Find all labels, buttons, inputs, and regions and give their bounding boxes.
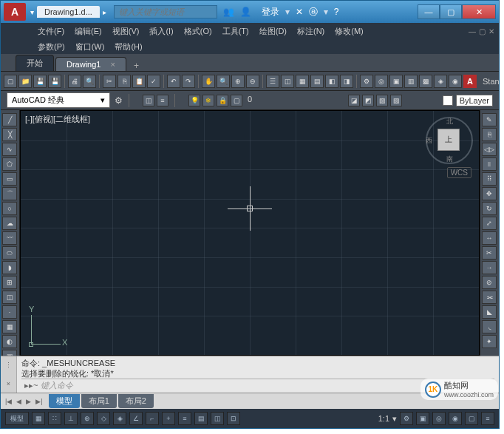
dyn-toggle-icon[interactable]: + xyxy=(162,412,175,425)
snap-toggle-icon[interactable]: ∷ xyxy=(48,412,61,425)
help-icon[interactable]: ? xyxy=(334,7,339,17)
ssm-icon[interactable]: ▤ xyxy=(310,75,324,88)
tab-layout1[interactable]: 布局1 xyxy=(81,394,117,408)
erase-icon[interactable]: ✎ xyxy=(482,113,497,126)
viewcube[interactable]: 北 南 西 上 xyxy=(426,117,473,164)
doc-close-icon[interactable]: ✕ xyxy=(488,27,494,35)
preview-icon[interactable]: 🔍 xyxy=(83,75,96,88)
scale-dropdown-icon[interactable]: ▾ xyxy=(392,414,397,424)
spline-icon[interactable]: 〰 xyxy=(2,231,17,245)
fillet-icon[interactable]: ◟ xyxy=(482,320,497,333)
point-icon[interactable]: · xyxy=(2,305,17,319)
tb-extra7-icon[interactable]: ◉ xyxy=(449,75,462,88)
hw-accel-icon[interactable]: ◎ xyxy=(432,412,446,425)
zoom2-icon[interactable]: ⊕ xyxy=(231,75,245,88)
block-icon[interactable]: ◫ xyxy=(2,291,17,304)
match-icon[interactable]: ✓ xyxy=(147,75,160,88)
menu-view[interactable]: 视图(V) xyxy=(112,26,140,37)
menu-format[interactable]: 格式(O) xyxy=(184,26,212,37)
move-icon[interactable]: ✥ xyxy=(482,187,497,200)
grid-toggle-icon[interactable]: ▦ xyxy=(32,412,45,425)
layer-icon[interactable]: ◫ xyxy=(143,95,154,106)
break-icon[interactable]: ⊘ xyxy=(482,276,497,289)
tab-add-button[interactable]: + xyxy=(128,61,145,71)
ellipse-icon[interactable]: ⬭ xyxy=(2,246,17,260)
tab-start[interactable]: 开始 xyxy=(16,55,54,71)
login-dropdown-icon[interactable]: ▾ xyxy=(285,7,290,17)
otrack-toggle-icon[interactable]: ∠ xyxy=(129,412,143,425)
ellipsearc-icon[interactable]: ◗ xyxy=(2,261,17,274)
help-dropdown-icon[interactable]: ▾ xyxy=(324,7,328,17)
customize-icon[interactable]: ≡ xyxy=(481,412,494,425)
revcloud-icon[interactable]: ☁ xyxy=(2,217,17,230)
saveas-icon[interactable]: 💾 xyxy=(48,75,61,88)
qat-dropdown-icon[interactable]: ▾ xyxy=(30,8,34,16)
rotate-icon[interactable]: ↻ xyxy=(482,202,497,215)
print-icon[interactable]: 🖨 xyxy=(68,75,81,88)
undo-icon[interactable]: ↶ xyxy=(167,75,180,88)
polygon-icon[interactable]: ⬠ xyxy=(2,157,17,171)
redo-icon[interactable]: ↷ xyxy=(182,75,195,88)
menu-edit[interactable]: 编辑(E) xyxy=(75,26,102,37)
tb-extra5-icon[interactable]: ▩ xyxy=(419,75,432,88)
dc-icon[interactable]: ◫ xyxy=(281,75,294,88)
minimize-button[interactable]: — xyxy=(418,4,440,19)
text-style-swatch[interactable]: A xyxy=(463,75,477,88)
menu-parametric[interactable]: 参数(P) xyxy=(38,41,65,52)
bylayer-dropdown[interactable]: ByLayer xyxy=(456,95,493,106)
tb-extra1-icon[interactable]: ⚙ xyxy=(360,75,373,88)
chamfer-icon[interactable]: ◣ xyxy=(482,305,497,319)
menu-dimension[interactable]: 标注(N) xyxy=(297,26,324,37)
login-link[interactable]: 登录 xyxy=(262,6,279,18)
tb-extra6-icon[interactable]: ◈ xyxy=(434,75,447,88)
region-icon[interactable]: ▣ xyxy=(2,350,17,356)
qp-toggle-icon[interactable]: ◫ xyxy=(211,412,224,425)
layer-tool2-icon[interactable]: ◩ xyxy=(362,95,374,106)
extend-icon[interactable]: → xyxy=(482,261,497,274)
color-swatch[interactable] xyxy=(443,95,453,106)
xline-icon[interactable]: ╳ xyxy=(2,128,17,141)
menu-modify[interactable]: 修改(M) xyxy=(335,26,364,37)
anno-scale[interactable]: 1:1 xyxy=(378,414,389,423)
props-icon[interactable]: ☰ xyxy=(266,75,279,88)
explode-icon[interactable]: ✦ xyxy=(482,335,497,348)
zoom-icon[interactable]: 🔍 xyxy=(217,75,230,88)
layer-state2-icon[interactable]: ❄ xyxy=(202,95,214,106)
layout-prev-icon[interactable]: ◀ xyxy=(15,398,23,405)
scale-icon[interactable]: ⤢ xyxy=(482,217,497,230)
offset-icon[interactable]: ⫴ xyxy=(482,157,497,171)
line-icon[interactable]: ╱ xyxy=(2,113,17,126)
tb-extra4-icon[interactable]: ▥ xyxy=(404,75,418,88)
zoom3-icon[interactable]: ⊖ xyxy=(246,75,259,88)
layer-tool1-icon[interactable]: ◪ xyxy=(348,95,360,106)
ducs-toggle-icon[interactable]: ⌐ xyxy=(146,412,159,425)
layer-zero-label[interactable]: 0 xyxy=(245,95,255,106)
menu-help[interactable]: 帮助(H) xyxy=(115,41,142,52)
save-icon[interactable]: 💾 xyxy=(33,75,47,88)
hatch-icon[interactable]: ▦ xyxy=(2,320,17,333)
viewport-label[interactable]: [-][俯视][二维线框] xyxy=(25,114,90,125)
cut-icon[interactable]: ✂ xyxy=(103,75,116,88)
tpy-toggle-icon[interactable]: ▤ xyxy=(194,412,208,425)
array-icon[interactable]: ⠿ xyxy=(482,172,497,186)
ws-switch-icon[interactable]: ▣ xyxy=(416,412,429,425)
gradient-icon[interactable]: ◐ xyxy=(2,335,17,348)
insert-icon[interactable]: ⊞ xyxy=(2,276,17,289)
doc-restore-icon[interactable]: ▢ xyxy=(479,27,486,35)
ortho-toggle-icon[interactable]: ⊥ xyxy=(64,412,78,425)
search-input[interactable] xyxy=(114,5,217,18)
layout-last-icon[interactable]: ▶| xyxy=(34,398,44,405)
menu-window[interactable]: 窗口(W) xyxy=(75,41,105,52)
new-icon[interactable]: ▢ xyxy=(4,75,17,88)
layer-state4-icon[interactable]: ▢ xyxy=(231,95,242,106)
clean-screen-icon[interactable]: ▢ xyxy=(465,412,478,425)
menu-tools[interactable]: 工具(T) xyxy=(222,26,249,37)
polar-toggle-icon[interactable]: ⊕ xyxy=(81,412,94,425)
close-button[interactable]: ✕ xyxy=(462,4,496,19)
isolate-icon[interactable]: ◉ xyxy=(449,412,462,425)
layer-list-icon[interactable]: ≡ xyxy=(157,95,168,106)
tab-drawing1[interactable]: Drawing1 × xyxy=(55,57,126,71)
cmd-handle-icon[interactable]: ⋮ xyxy=(5,362,12,369)
3dosnap-toggle-icon[interactable]: ◈ xyxy=(113,412,126,425)
anno-vis-icon[interactable]: ⚙ xyxy=(400,412,413,425)
